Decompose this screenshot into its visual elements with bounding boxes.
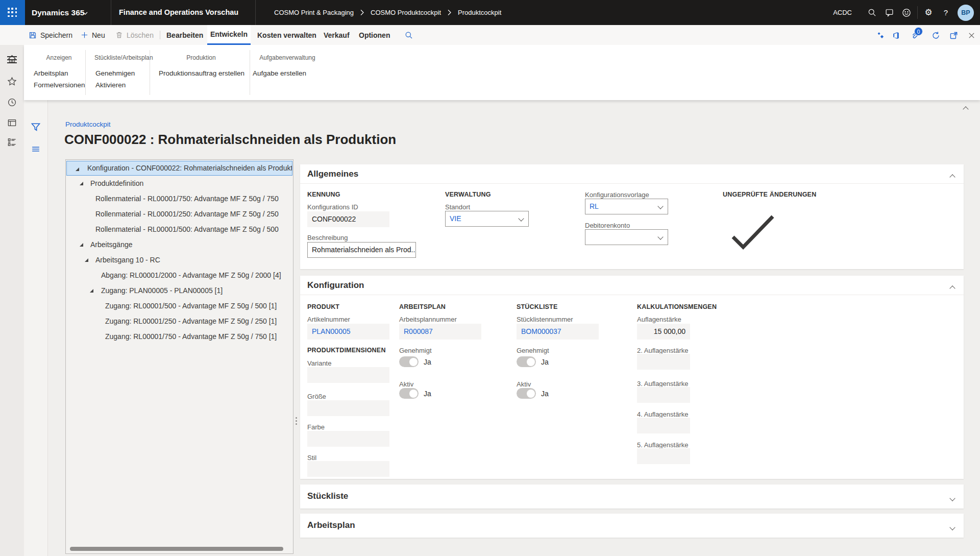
collapse-ribbon-chevron[interactable] (964, 104, 974, 111)
arbeitsplannummer-link-field[interactable]: R000087 (399, 324, 481, 340)
app-launcher-button[interactable] (0, 0, 25, 25)
waffle-icon (8, 8, 17, 17)
settings-gear-icon[interactable]: ⚙ (920, 0, 937, 25)
pane-lines-icon[interactable] (31, 144, 41, 155)
tree-item-konfiguration[interactable]: Konfiguration - CONF000022: Rohmaterials… (66, 161, 292, 176)
nav-hamburger-icon[interactable] (7, 56, 17, 64)
open-in-new-window-icon[interactable] (948, 30, 959, 40)
auflagenstaerke2-field[interactable] (637, 354, 690, 370)
user-avatar[interactable]: BP (958, 5, 974, 21)
auflagenstaerke5-field[interactable] (637, 448, 690, 464)
section-header-allgemeines[interactable]: Allgemeines (307, 169, 358, 179)
action-bar: Speichern Neu Löschen Bearbeiten Entwick… (0, 25, 980, 45)
left-nav-rail (0, 45, 24, 556)
konfigurations-id-field[interactable]: CONF000022 (307, 211, 389, 227)
auflagenstaerke3-field[interactable] (637, 387, 690, 403)
tab-verkauf[interactable]: Verkauf (324, 25, 350, 45)
collapse-section-chevron[interactable] (950, 283, 954, 293)
arbeitsplan-aktiv-toggle[interactable] (399, 388, 419, 399)
tab-kosten-verwalten[interactable]: Kosten verwalten (257, 25, 316, 45)
expand-section-chevron[interactable] (950, 493, 954, 502)
ribbon-item-produktionsauftrag-erstellen[interactable]: Produktionsauftrag erstellen (159, 69, 244, 77)
dynamics365-menu[interactable]: Dynamics 365 (32, 0, 84, 25)
konfigurationsvorlage-dropdown[interactable]: RL (585, 199, 668, 214)
breadcrumb-module[interactable]: COSMO Produktcockpit (371, 9, 441, 16)
breadcrumb-page[interactable]: Produktcockpit (458, 9, 501, 16)
workspaces-icon[interactable] (7, 117, 17, 128)
field-label: Aktiv (399, 380, 413, 388)
tree-item-zugang-750[interactable]: Zugang: RL00001/750 - Advantage MF Z 50g… (66, 329, 293, 344)
tree-item-zugang-250[interactable]: Zugang: RL00001/250 - Advantage MF Z 50g… (66, 313, 293, 329)
groesse-field[interactable] (307, 400, 389, 416)
stueckliste-genehmigt-toggle[interactable] (517, 356, 536, 367)
save-icon (29, 31, 37, 39)
tree-caret-icon[interactable] (76, 167, 79, 171)
save-button[interactable]: Speichern (29, 25, 72, 45)
new-button[interactable]: Neu (81, 25, 105, 45)
variante-field[interactable] (307, 367, 389, 383)
stil-field[interactable] (307, 461, 389, 477)
section-header-konfiguration[interactable]: Konfiguration (307, 280, 364, 291)
plus-icon (81, 31, 88, 39)
tree-horizontal-scrollbar[interactable] (70, 547, 283, 551)
stuecklistennummer-link-field[interactable]: BOM000037 (517, 324, 599, 340)
tree-item-produktdefinition[interactable]: Produktdefinition (66, 176, 293, 191)
environment-badge[interactable]: ACDC (833, 9, 852, 16)
pane-splitter[interactable] (294, 159, 299, 556)
office-icon[interactable] (891, 30, 901, 40)
tree-caret-icon[interactable] (85, 258, 88, 262)
feedback-icon[interactable] (880, 0, 898, 25)
auflagenstaerke-field[interactable]: 15 000,00 (637, 324, 690, 340)
page-breadcrumb-link[interactable]: Produktcockpit (65, 120, 111, 128)
collapse-section-chevron[interactable] (950, 172, 954, 181)
app-name-link[interactable]: Finance and Operations Vorschau (119, 0, 238, 25)
section-header-stueckliste[interactable]: Stückliste (307, 491, 348, 501)
tree-caret-icon[interactable] (90, 289, 93, 293)
section-header-arbeitsplan[interactable]: Arbeitsplan (307, 520, 355, 530)
ribbon-item-formelversionen[interactable]: Formelversionen (34, 81, 85, 89)
ribbon-item-aktivieren[interactable]: Aktivieren (95, 81, 126, 89)
expand-section-chevron[interactable] (950, 522, 954, 531)
modules-list-icon[interactable] (7, 137, 17, 148)
search-icon[interactable] (863, 0, 880, 25)
tree-item-arbeitsgaenge[interactable]: Arbeitsgänge (66, 237, 293, 252)
tree-item-arbeitsgang-10[interactable]: Arbeitsgang 10 - RC (66, 252, 293, 268)
beschreibung-input[interactable]: Rohmaterialschneiden als Prod... (307, 242, 416, 258)
tab-entwickeln[interactable]: Entwickeln (207, 25, 251, 45)
attachments-paperclip-icon[interactable]: 0 (910, 30, 920, 40)
recent-clock-icon[interactable] (7, 97, 17, 108)
ribbon-item-arbeitsplan[interactable]: Arbeitsplan (34, 69, 68, 77)
tree-caret-icon[interactable] (80, 182, 83, 185)
close-icon[interactable] (966, 30, 976, 40)
tree-item-rollenmaterial-250[interactable]: Rollenmaterial - RL00001/250: Advantage … (66, 206, 293, 222)
tree-item-zugang-plan00005[interactable]: Zugang: PLAN00005 - PLAN00005 [1] (66, 283, 293, 298)
auflagenstaerke4-field[interactable] (637, 418, 690, 433)
tree-item-abgang-2000[interactable]: Abgang: RL00001/2000 - Advantage MF Z 50… (66, 268, 293, 283)
stueckliste-aktiv-toggle[interactable] (517, 388, 536, 399)
tree-item-rollenmaterial-750[interactable]: Rollenmaterial - RL00001/750: Advantage … (66, 191, 293, 206)
farbe-field[interactable] (307, 431, 389, 447)
actionbar-search-icon[interactable] (405, 25, 413, 45)
ribbon-item-genehmigen[interactable]: Genehmigen (95, 69, 135, 77)
arbeitsplan-genehmigt-toggle[interactable] (399, 356, 419, 367)
favorites-star-icon[interactable] (7, 76, 17, 87)
tab-bearbeiten[interactable]: Bearbeiten (166, 25, 203, 45)
tree-item-zugang-500[interactable]: Zugang: RL00001/500 - Advantage MF Z 50g… (66, 298, 293, 313)
tree-caret-icon[interactable] (80, 243, 83, 247)
filter-funnel-icon[interactable] (31, 122, 41, 133)
refresh-icon[interactable] (930, 30, 941, 40)
page-content: Produktcockpit CONF000022 : Rohmaterials… (24, 100, 980, 556)
page-title: CONF000022 : Rohmaterialschneiden als Pr… (64, 132, 396, 148)
section-arbeitsplan: Arbeitsplan (300, 514, 964, 538)
tab-optionen[interactable]: Optionen (359, 25, 390, 45)
tree-item-rollenmaterial-500[interactable]: Rollenmaterial - RL00001/500: Advantage … (66, 222, 293, 237)
debitorenkonto-dropdown[interactable] (585, 229, 668, 245)
delete-button[interactable]: Löschen (115, 25, 154, 45)
standort-dropdown[interactable]: VIE (445, 211, 529, 227)
smiley-feedback-icon[interactable] (898, 0, 915, 25)
breadcrumb-company[interactable]: COSMO Print & Packaging (274, 9, 354, 16)
ribbon-item-aufgabe-erstellen[interactable]: Aufgabe erstellen (253, 69, 306, 77)
insights-sparkle-icon[interactable] (875, 30, 886, 40)
artikelnummer-link-field[interactable]: PLAN00005 (307, 324, 389, 340)
help-icon[interactable]: ? (937, 0, 954, 25)
